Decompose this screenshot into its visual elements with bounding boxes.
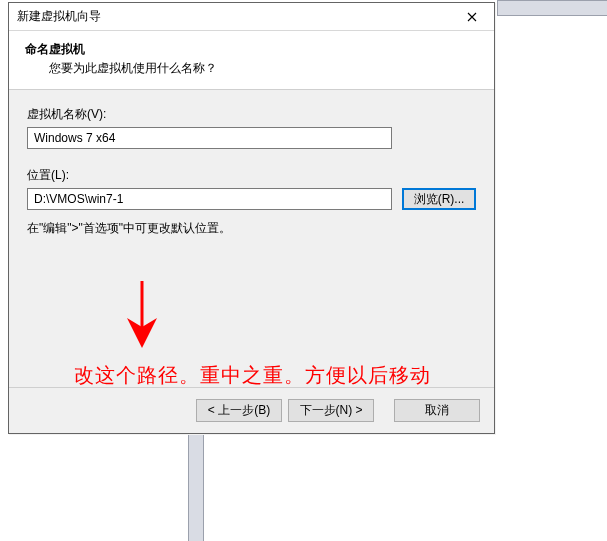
location-label: 位置(L): [27,167,476,184]
location-input[interactable] [27,188,392,210]
annotation-arrow [127,279,157,349]
header-title: 命名虚拟机 [25,41,478,58]
next-button[interactable]: 下一步(N) > [288,399,374,422]
close-icon [467,12,477,22]
background-decor-vertical [188,435,204,541]
hint-text: 在"编辑">"首选项"中可更改默认位置。 [27,220,476,237]
titlebar: 新建虚拟机向导 [9,3,494,31]
dialog-body: 虚拟机名称(V): 位置(L): 浏览(R)... 在"编辑">"首选项"中可更… [9,90,494,387]
annotation-text: 改这个路径。重中之重。方便以后移动 [74,362,431,389]
close-button[interactable] [450,3,494,30]
wizard-dialog: 新建虚拟机向导 命名虚拟机 您要为此虚拟机使用什么名称？ 虚拟机名称(V): 位… [8,2,495,434]
cancel-button[interactable]: 取消 [394,399,480,422]
background-decor-top [497,0,607,16]
dialog-footer: < 上一步(B) 下一步(N) > 取消 [9,387,494,433]
back-button[interactable]: < 上一步(B) [196,399,282,422]
vm-name-input[interactable] [27,127,392,149]
browse-button[interactable]: 浏览(R)... [402,188,476,210]
header-subtitle: 您要为此虚拟机使用什么名称？ [25,60,478,77]
header-panel: 命名虚拟机 您要为此虚拟机使用什么名称？ [9,31,494,90]
vm-name-label: 虚拟机名称(V): [27,106,476,123]
window-title: 新建虚拟机向导 [17,8,101,25]
